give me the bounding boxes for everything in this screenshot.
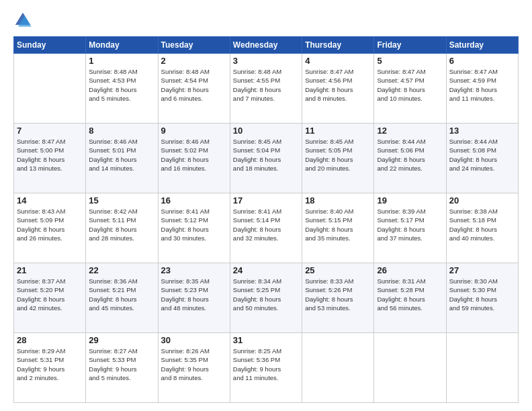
day-number: 3 [233,56,299,66]
day-info: Sunrise: 8:44 AMSunset: 5:06 PMDaylight:… [377,137,443,173]
day-number: 11 [305,126,371,136]
day-number: 5 [377,56,443,66]
day-info: Sunrise: 8:39 AMSunset: 5:17 PMDaylight:… [377,207,443,242]
day-info: Sunrise: 8:41 AMSunset: 5:12 PMDaylight:… [161,207,227,242]
day-number: 13 [449,126,515,136]
day-number: 17 [233,195,299,205]
day-info: Sunrise: 8:33 AMSunset: 5:26 PMDaylight:… [305,277,371,312]
day-number: 23 [161,265,227,275]
day-info: Sunrise: 8:26 AMSunset: 5:35 PMDaylight:… [161,347,227,382]
day-info: Sunrise: 8:25 AMSunset: 5:36 PMDaylight:… [233,347,299,382]
day-info: Sunrise: 8:37 AMSunset: 5:20 PMDaylight:… [17,277,83,312]
calendar-cell: 21Sunrise: 8:37 AMSunset: 5:20 PMDayligh… [14,263,86,333]
day-number: 10 [233,126,299,136]
day-number: 29 [89,335,154,345]
day-number: 28 [17,335,83,345]
calendar-cell: 7Sunrise: 8:47 AMSunset: 5:00 PMDaylight… [14,124,86,193]
calendar-cell: 13Sunrise: 8:44 AMSunset: 5:08 PMDayligh… [446,124,518,193]
day-number: 25 [305,265,371,275]
day-info: Sunrise: 8:47 AMSunset: 5:00 PMDaylight:… [17,137,83,173]
calendar-cell: 1Sunrise: 8:48 AMSunset: 4:53 PMDaylight… [86,54,158,124]
day-number: 2 [161,56,227,66]
calendar-cell: 31Sunrise: 8:25 AMSunset: 5:36 PMDayligh… [230,333,302,403]
day-info: Sunrise: 8:45 AMSunset: 5:04 PMDaylight:… [233,137,299,173]
page: SundayMondayTuesdayWednesdayThursdayFrid… [0,0,532,411]
calendar-cell: 20Sunrise: 8:38 AMSunset: 5:18 PMDayligh… [446,193,518,263]
header [13,11,519,30]
day-number: 30 [161,335,227,345]
day-info: Sunrise: 8:46 AMSunset: 5:02 PMDaylight:… [161,137,227,173]
day-number: 21 [17,265,83,275]
day-number: 16 [161,195,227,205]
calendar-cell: 18Sunrise: 8:40 AMSunset: 5:15 PMDayligh… [302,193,374,263]
logo [13,11,35,30]
day-info: Sunrise: 8:38 AMSunset: 5:18 PMDaylight:… [449,207,515,242]
week-row-0: 1Sunrise: 8:48 AMSunset: 4:53 PMDaylight… [14,54,519,124]
day-number: 27 [449,265,515,275]
day-number: 7 [17,126,83,136]
calendar-cell: 19Sunrise: 8:39 AMSunset: 5:17 PMDayligh… [374,193,446,263]
calendar-cell [302,333,374,403]
week-row-1: 7Sunrise: 8:47 AMSunset: 5:00 PMDaylight… [14,124,519,193]
day-info: Sunrise: 8:48 AMSunset: 4:55 PMDaylight:… [233,67,299,103]
calendar-cell: 11Sunrise: 8:45 AMSunset: 5:05 PMDayligh… [302,124,374,193]
day-number: 19 [377,195,443,205]
day-info: Sunrise: 8:34 AMSunset: 5:25 PMDaylight:… [233,277,299,312]
day-info: Sunrise: 8:47 AMSunset: 4:57 PMDaylight:… [377,67,443,103]
weekday-header-saturday: Saturday [446,37,518,54]
calendar-cell: 3Sunrise: 8:48 AMSunset: 4:55 PMDaylight… [230,54,302,124]
calendar-cell: 24Sunrise: 8:34 AMSunset: 5:25 PMDayligh… [230,263,302,333]
calendar-cell: 15Sunrise: 8:42 AMSunset: 5:11 PMDayligh… [86,193,158,263]
calendar-cell: 5Sunrise: 8:47 AMSunset: 4:57 PMDaylight… [374,54,446,124]
calendar-cell: 12Sunrise: 8:44 AMSunset: 5:06 PMDayligh… [374,124,446,193]
calendar-cell: 29Sunrise: 8:27 AMSunset: 5:33 PMDayligh… [86,333,158,403]
weekday-header-row: SundayMondayTuesdayWednesdayThursdayFrid… [14,37,519,54]
day-number: 15 [89,195,154,205]
day-info: Sunrise: 8:44 AMSunset: 5:08 PMDaylight:… [449,137,515,173]
calendar-cell: 23Sunrise: 8:35 AMSunset: 5:23 PMDayligh… [158,263,230,333]
calendar-cell: 25Sunrise: 8:33 AMSunset: 5:26 PMDayligh… [302,263,374,333]
week-row-4: 28Sunrise: 8:29 AMSunset: 5:31 PMDayligh… [14,333,519,403]
day-info: Sunrise: 8:43 AMSunset: 5:09 PMDaylight:… [17,207,83,242]
calendar-cell [374,333,446,403]
day-info: Sunrise: 8:27 AMSunset: 5:33 PMDaylight:… [89,347,154,382]
calendar-cell: 8Sunrise: 8:46 AMSunset: 5:01 PMDaylight… [86,124,158,193]
week-row-3: 21Sunrise: 8:37 AMSunset: 5:20 PMDayligh… [14,263,519,333]
day-number: 8 [89,126,154,136]
day-number: 4 [305,56,371,66]
day-number: 31 [233,335,299,345]
day-info: Sunrise: 8:45 AMSunset: 5:05 PMDaylight:… [305,137,371,173]
day-info: Sunrise: 8:46 AMSunset: 5:01 PMDaylight:… [89,137,154,173]
week-row-2: 14Sunrise: 8:43 AMSunset: 5:09 PMDayligh… [14,193,519,263]
day-info: Sunrise: 8:29 AMSunset: 5:31 PMDaylight:… [17,347,83,382]
day-info: Sunrise: 8:42 AMSunset: 5:11 PMDaylight:… [89,207,154,242]
day-number: 9 [161,126,227,136]
day-info: Sunrise: 8:36 AMSunset: 5:21 PMDaylight:… [89,277,154,312]
calendar-table: SundayMondayTuesdayWednesdayThursdayFrid… [13,36,519,403]
calendar-cell [14,54,86,124]
calendar-cell: 28Sunrise: 8:29 AMSunset: 5:31 PMDayligh… [14,333,86,403]
day-info: Sunrise: 8:30 AMSunset: 5:30 PMDaylight:… [449,277,515,312]
calendar-cell: 14Sunrise: 8:43 AMSunset: 5:09 PMDayligh… [14,193,86,263]
calendar-cell: 10Sunrise: 8:45 AMSunset: 5:04 PMDayligh… [230,124,302,193]
day-number: 18 [305,195,371,205]
calendar-cell: 4Sunrise: 8:47 AMSunset: 4:56 PMDaylight… [302,54,374,124]
day-number: 1 [89,56,154,66]
calendar-cell [446,333,518,403]
calendar-cell: 17Sunrise: 8:41 AMSunset: 5:14 PMDayligh… [230,193,302,263]
calendar-cell: 16Sunrise: 8:41 AMSunset: 5:12 PMDayligh… [158,193,230,263]
calendar-cell: 2Sunrise: 8:48 AMSunset: 4:54 PMDaylight… [158,54,230,124]
calendar-cell: 22Sunrise: 8:36 AMSunset: 5:21 PMDayligh… [86,263,158,333]
day-number: 22 [89,265,154,275]
day-number: 26 [377,265,443,275]
day-number: 24 [233,265,299,275]
day-info: Sunrise: 8:47 AMSunset: 4:59 PMDaylight:… [449,67,515,103]
calendar-cell: 9Sunrise: 8:46 AMSunset: 5:02 PMDaylight… [158,124,230,193]
weekday-header-friday: Friday [374,37,446,54]
day-info: Sunrise: 8:41 AMSunset: 5:14 PMDaylight:… [233,207,299,242]
weekday-header-wednesday: Wednesday [230,37,302,54]
day-info: Sunrise: 8:31 AMSunset: 5:28 PMDaylight:… [377,277,443,312]
day-info: Sunrise: 8:35 AMSunset: 5:23 PMDaylight:… [161,277,227,312]
day-info: Sunrise: 8:40 AMSunset: 5:15 PMDaylight:… [305,207,371,242]
day-number: 6 [449,56,515,66]
